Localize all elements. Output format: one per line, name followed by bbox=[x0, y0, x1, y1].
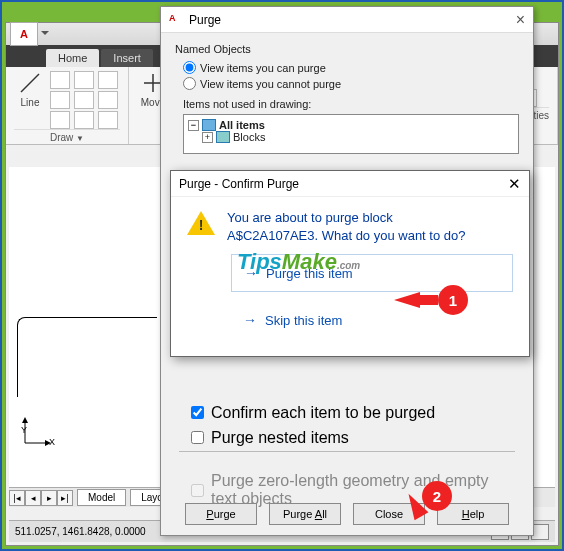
confirm-each-input[interactable] bbox=[191, 406, 204, 419]
tree-blocks-label: Blocks bbox=[233, 131, 265, 143]
confirm-each-label: Confirm each item to be purged bbox=[211, 404, 435, 422]
confirm-purge-dialog: Purge - Confirm Purge ✕ You are about to… bbox=[170, 170, 530, 357]
purge-this-item-label: Purge this item bbox=[266, 266, 353, 281]
purge-all-button[interactable]: Purge All bbox=[269, 503, 341, 525]
confirm-title-text: Purge - Confirm Purge bbox=[179, 177, 299, 191]
items-not-used-label: Items not used in drawing: bbox=[183, 98, 519, 110]
tab-insert[interactable]: Insert bbox=[101, 49, 153, 67]
skip-this-item-link[interactable]: → Skip this item bbox=[231, 302, 513, 338]
warning-icon bbox=[187, 211, 215, 237]
purge-this-item-link[interactable]: → Purge this item bbox=[231, 254, 513, 292]
draw-tool-grid bbox=[50, 71, 120, 129]
draw-panel: Line Draw ▼ bbox=[6, 67, 129, 144]
tab-nav-first[interactable]: |◂ bbox=[9, 490, 25, 506]
axis-x-label: X bbox=[49, 437, 55, 447]
line-tool[interactable]: Line bbox=[14, 71, 46, 129]
rect-icon[interactable] bbox=[50, 91, 70, 109]
lower-options: Confirm each item to be purged Purge nes… bbox=[179, 397, 515, 453]
drawing-geometry bbox=[17, 317, 157, 397]
confirm-each-checkbox[interactable]: Confirm each item to be purged bbox=[187, 403, 515, 422]
callout-arrow-icon bbox=[394, 292, 420, 308]
confirm-titlebar[interactable]: Purge - Confirm Purge ✕ bbox=[171, 171, 529, 197]
callout-number: 2 bbox=[422, 481, 452, 511]
purge-close-icon[interactable]: × bbox=[516, 11, 525, 29]
radio-can-purge-label: View items you can purge bbox=[200, 62, 326, 74]
purge-tree[interactable]: − All items + Blocks bbox=[183, 114, 519, 154]
purge-nested-checkbox[interactable]: Purge nested items bbox=[187, 428, 515, 447]
region-icon[interactable] bbox=[98, 111, 118, 129]
axis-y-label: Y bbox=[21, 425, 27, 435]
tree-all-items[interactable]: − All items bbox=[188, 119, 514, 131]
point-icon[interactable] bbox=[74, 111, 94, 129]
purge-button[interactable]: Purge bbox=[185, 503, 257, 525]
radio-cannot-purge[interactable]: View items you cannot purge bbox=[183, 77, 519, 90]
confirm-message-l1: You are about to purge block bbox=[227, 210, 393, 225]
line-label: Line bbox=[21, 97, 40, 108]
arrow-right-icon: → bbox=[244, 265, 258, 281]
svg-line-0 bbox=[21, 74, 39, 92]
callout-number: 1 bbox=[438, 285, 468, 315]
confirm-message: You are about to purge block A$C2A107AE3… bbox=[227, 209, 466, 244]
coordinates-readout: 511.0257, 1461.8428, 0.0000 bbox=[15, 526, 146, 537]
model-tab[interactable]: Model bbox=[77, 489, 126, 506]
callout-1: 1 bbox=[394, 285, 468, 315]
purge-nested-input[interactable] bbox=[191, 431, 204, 444]
radio-cannot-purge-input[interactable] bbox=[183, 77, 196, 90]
svg-marker-3 bbox=[22, 417, 28, 423]
blocks-icon bbox=[216, 131, 230, 143]
expander-icon[interactable]: − bbox=[188, 120, 199, 131]
purge-titlebar[interactable]: A Purge × bbox=[161, 7, 533, 33]
named-objects-label: Named Objects bbox=[175, 43, 519, 55]
purge-body: Named Objects View items you can purge V… bbox=[161, 33, 533, 164]
polyline-icon[interactable] bbox=[50, 71, 70, 89]
ellipse-icon[interactable] bbox=[74, 91, 94, 109]
skip-this-item-label: Skip this item bbox=[265, 313, 342, 328]
tab-nav-next[interactable]: ▸ bbox=[41, 490, 57, 506]
purge-title-icon: A bbox=[169, 13, 183, 27]
zero-length-input bbox=[191, 484, 204, 497]
purge-button-row: Purge Purge All Close Help bbox=[161, 503, 533, 525]
app-logo-menu[interactable]: A bbox=[10, 22, 38, 46]
radio-cannot-purge-label: View items you cannot purge bbox=[200, 78, 341, 90]
confirm-body: You are about to purge block A$C2A107AE3… bbox=[171, 197, 529, 356]
tree-all-items-label: All items bbox=[219, 119, 265, 131]
arc-icon[interactable] bbox=[98, 71, 118, 89]
tree-blocks[interactable]: + Blocks bbox=[202, 131, 514, 143]
tab-home[interactable]: Home bbox=[46, 49, 99, 67]
tab-nav-prev[interactable]: ◂ bbox=[25, 490, 41, 506]
purge-title: Purge bbox=[189, 13, 221, 27]
expander-icon[interactable]: + bbox=[202, 132, 213, 143]
confirm-message-l2: A$C2A107AE3. What do you want to do? bbox=[227, 228, 466, 243]
radio-can-purge-input[interactable] bbox=[183, 61, 196, 74]
radio-can-purge[interactable]: View items you can purge bbox=[183, 61, 519, 74]
circle-icon[interactable] bbox=[74, 71, 94, 89]
folder-icon bbox=[202, 119, 216, 131]
confirm-close-icon[interactable]: ✕ bbox=[508, 175, 521, 193]
arrow-right-icon: → bbox=[243, 312, 257, 328]
callout-2: 2 bbox=[402, 479, 452, 513]
tab-nav-last[interactable]: ▸| bbox=[57, 490, 73, 506]
hatch-icon[interactable] bbox=[98, 91, 118, 109]
purge-nested-label: Purge nested items bbox=[211, 429, 349, 447]
spline-icon[interactable] bbox=[50, 111, 70, 129]
draw-panel-label[interactable]: Draw ▼ bbox=[14, 129, 120, 143]
